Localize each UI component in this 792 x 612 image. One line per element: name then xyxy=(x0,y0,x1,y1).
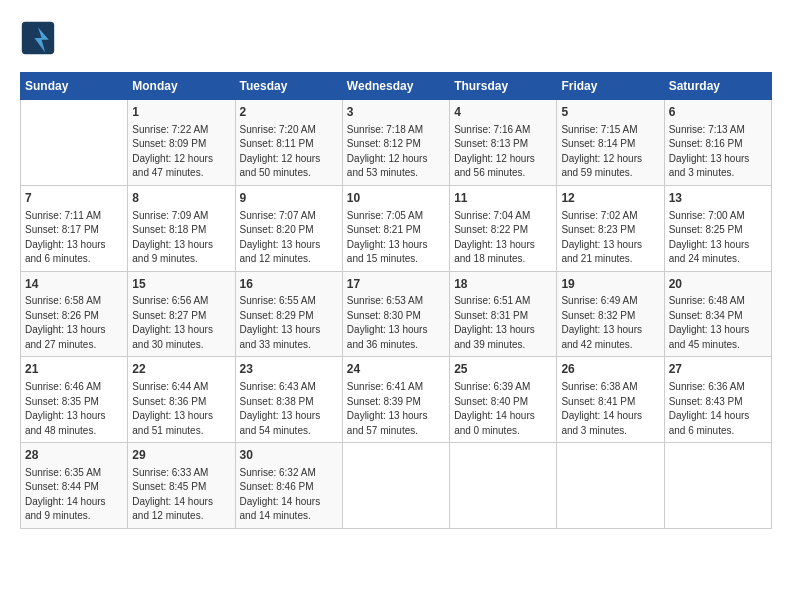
cell-content: Sunrise: 7:09 AM Sunset: 8:18 PM Dayligh… xyxy=(132,209,230,267)
cell-content: Sunrise: 6:39 AM Sunset: 8:40 PM Dayligh… xyxy=(454,380,552,438)
calendar-cell: 27Sunrise: 6:36 AM Sunset: 8:43 PM Dayli… xyxy=(664,357,771,443)
calendar-header-row: SundayMondayTuesdayWednesdayThursdayFrid… xyxy=(21,73,772,100)
calendar-cell: 24Sunrise: 6:41 AM Sunset: 8:39 PM Dayli… xyxy=(342,357,449,443)
cell-content: Sunrise: 6:32 AM Sunset: 8:46 PM Dayligh… xyxy=(240,466,338,524)
calendar-cell: 13Sunrise: 7:00 AM Sunset: 8:25 PM Dayli… xyxy=(664,185,771,271)
calendar-cell: 10Sunrise: 7:05 AM Sunset: 8:21 PM Dayli… xyxy=(342,185,449,271)
day-number: 17 xyxy=(347,276,445,293)
calendar-cell: 16Sunrise: 6:55 AM Sunset: 8:29 PM Dayli… xyxy=(235,271,342,357)
calendar-week-row: 21Sunrise: 6:46 AM Sunset: 8:35 PM Dayli… xyxy=(21,357,772,443)
day-number: 2 xyxy=(240,104,338,121)
cell-content: Sunrise: 6:53 AM Sunset: 8:30 PM Dayligh… xyxy=(347,294,445,352)
day-number: 8 xyxy=(132,190,230,207)
cell-content: Sunrise: 7:02 AM Sunset: 8:23 PM Dayligh… xyxy=(561,209,659,267)
calendar-cell: 20Sunrise: 6:48 AM Sunset: 8:34 PM Dayli… xyxy=(664,271,771,357)
day-number: 16 xyxy=(240,276,338,293)
day-number: 11 xyxy=(454,190,552,207)
calendar-cell: 3Sunrise: 7:18 AM Sunset: 8:12 PM Daylig… xyxy=(342,100,449,186)
day-number: 10 xyxy=(347,190,445,207)
calendar-cell: 17Sunrise: 6:53 AM Sunset: 8:30 PM Dayli… xyxy=(342,271,449,357)
day-header-saturday: Saturday xyxy=(664,73,771,100)
calendar-cell xyxy=(21,100,128,186)
calendar-cell: 4Sunrise: 7:16 AM Sunset: 8:13 PM Daylig… xyxy=(450,100,557,186)
calendar-cell: 28Sunrise: 6:35 AM Sunset: 8:44 PM Dayli… xyxy=(21,443,128,529)
calendar-cell xyxy=(342,443,449,529)
day-number: 15 xyxy=(132,276,230,293)
cell-content: Sunrise: 6:33 AM Sunset: 8:45 PM Dayligh… xyxy=(132,466,230,524)
calendar-cell: 1Sunrise: 7:22 AM Sunset: 8:09 PM Daylig… xyxy=(128,100,235,186)
cell-content: Sunrise: 6:51 AM Sunset: 8:31 PM Dayligh… xyxy=(454,294,552,352)
logo-icon xyxy=(20,20,56,56)
cell-content: Sunrise: 7:04 AM Sunset: 8:22 PM Dayligh… xyxy=(454,209,552,267)
day-number: 25 xyxy=(454,361,552,378)
day-number: 1 xyxy=(132,104,230,121)
page-header xyxy=(20,20,772,56)
calendar-cell: 8Sunrise: 7:09 AM Sunset: 8:18 PM Daylig… xyxy=(128,185,235,271)
day-number: 13 xyxy=(669,190,767,207)
calendar-cell: 5Sunrise: 7:15 AM Sunset: 8:14 PM Daylig… xyxy=(557,100,664,186)
day-header-monday: Monday xyxy=(128,73,235,100)
calendar-cell: 6Sunrise: 7:13 AM Sunset: 8:16 PM Daylig… xyxy=(664,100,771,186)
calendar-cell: 15Sunrise: 6:56 AM Sunset: 8:27 PM Dayli… xyxy=(128,271,235,357)
cell-content: Sunrise: 6:38 AM Sunset: 8:41 PM Dayligh… xyxy=(561,380,659,438)
day-number: 20 xyxy=(669,276,767,293)
day-number: 6 xyxy=(669,104,767,121)
cell-content: Sunrise: 7:00 AM Sunset: 8:25 PM Dayligh… xyxy=(669,209,767,267)
cell-content: Sunrise: 6:41 AM Sunset: 8:39 PM Dayligh… xyxy=(347,380,445,438)
calendar-week-row: 28Sunrise: 6:35 AM Sunset: 8:44 PM Dayli… xyxy=(21,443,772,529)
cell-content: Sunrise: 6:49 AM Sunset: 8:32 PM Dayligh… xyxy=(561,294,659,352)
day-number: 21 xyxy=(25,361,123,378)
calendar-week-row: 1Sunrise: 7:22 AM Sunset: 8:09 PM Daylig… xyxy=(21,100,772,186)
calendar-week-row: 7Sunrise: 7:11 AM Sunset: 8:17 PM Daylig… xyxy=(21,185,772,271)
day-number: 28 xyxy=(25,447,123,464)
calendar-cell: 19Sunrise: 6:49 AM Sunset: 8:32 PM Dayli… xyxy=(557,271,664,357)
day-number: 4 xyxy=(454,104,552,121)
day-number: 12 xyxy=(561,190,659,207)
calendar-cell: 7Sunrise: 7:11 AM Sunset: 8:17 PM Daylig… xyxy=(21,185,128,271)
calendar-table: SundayMondayTuesdayWednesdayThursdayFrid… xyxy=(20,72,772,529)
day-number: 27 xyxy=(669,361,767,378)
day-number: 5 xyxy=(561,104,659,121)
cell-content: Sunrise: 6:55 AM Sunset: 8:29 PM Dayligh… xyxy=(240,294,338,352)
cell-content: Sunrise: 6:44 AM Sunset: 8:36 PM Dayligh… xyxy=(132,380,230,438)
cell-content: Sunrise: 6:35 AM Sunset: 8:44 PM Dayligh… xyxy=(25,466,123,524)
day-number: 3 xyxy=(347,104,445,121)
day-number: 22 xyxy=(132,361,230,378)
day-number: 14 xyxy=(25,276,123,293)
calendar-cell: 26Sunrise: 6:38 AM Sunset: 8:41 PM Dayli… xyxy=(557,357,664,443)
cell-content: Sunrise: 7:18 AM Sunset: 8:12 PM Dayligh… xyxy=(347,123,445,181)
cell-content: Sunrise: 7:05 AM Sunset: 8:21 PM Dayligh… xyxy=(347,209,445,267)
cell-content: Sunrise: 6:46 AM Sunset: 8:35 PM Dayligh… xyxy=(25,380,123,438)
day-header-wednesday: Wednesday xyxy=(342,73,449,100)
calendar-cell: 25Sunrise: 6:39 AM Sunset: 8:40 PM Dayli… xyxy=(450,357,557,443)
logo xyxy=(20,20,62,56)
cell-content: Sunrise: 6:43 AM Sunset: 8:38 PM Dayligh… xyxy=(240,380,338,438)
day-number: 18 xyxy=(454,276,552,293)
calendar-cell: 11Sunrise: 7:04 AM Sunset: 8:22 PM Dayli… xyxy=(450,185,557,271)
cell-content: Sunrise: 6:58 AM Sunset: 8:26 PM Dayligh… xyxy=(25,294,123,352)
calendar-cell: 22Sunrise: 6:44 AM Sunset: 8:36 PM Dayli… xyxy=(128,357,235,443)
day-header-sunday: Sunday xyxy=(21,73,128,100)
cell-content: Sunrise: 6:56 AM Sunset: 8:27 PM Dayligh… xyxy=(132,294,230,352)
cell-content: Sunrise: 6:36 AM Sunset: 8:43 PM Dayligh… xyxy=(669,380,767,438)
day-number: 23 xyxy=(240,361,338,378)
cell-content: Sunrise: 7:16 AM Sunset: 8:13 PM Dayligh… xyxy=(454,123,552,181)
calendar-cell: 30Sunrise: 6:32 AM Sunset: 8:46 PM Dayli… xyxy=(235,443,342,529)
cell-content: Sunrise: 7:07 AM Sunset: 8:20 PM Dayligh… xyxy=(240,209,338,267)
cell-content: Sunrise: 7:11 AM Sunset: 8:17 PM Dayligh… xyxy=(25,209,123,267)
calendar-cell: 2Sunrise: 7:20 AM Sunset: 8:11 PM Daylig… xyxy=(235,100,342,186)
calendar-cell: 21Sunrise: 6:46 AM Sunset: 8:35 PM Dayli… xyxy=(21,357,128,443)
calendar-cell xyxy=(664,443,771,529)
calendar-cell: 23Sunrise: 6:43 AM Sunset: 8:38 PM Dayli… xyxy=(235,357,342,443)
calendar-cell: 14Sunrise: 6:58 AM Sunset: 8:26 PM Dayli… xyxy=(21,271,128,357)
day-number: 26 xyxy=(561,361,659,378)
day-number: 7 xyxy=(25,190,123,207)
day-number: 19 xyxy=(561,276,659,293)
day-header-thursday: Thursday xyxy=(450,73,557,100)
day-header-friday: Friday xyxy=(557,73,664,100)
day-number: 30 xyxy=(240,447,338,464)
calendar-cell: 29Sunrise: 6:33 AM Sunset: 8:45 PM Dayli… xyxy=(128,443,235,529)
cell-content: Sunrise: 7:15 AM Sunset: 8:14 PM Dayligh… xyxy=(561,123,659,181)
cell-content: Sunrise: 7:20 AM Sunset: 8:11 PM Dayligh… xyxy=(240,123,338,181)
day-number: 24 xyxy=(347,361,445,378)
